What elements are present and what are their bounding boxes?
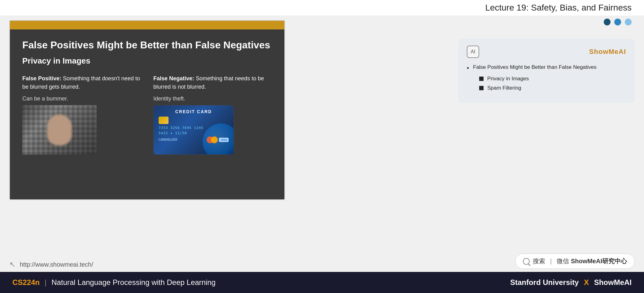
panel-subitem-2: Spam Filtering <box>479 85 626 91</box>
search-text: 搜索 <box>533 257 545 265</box>
slide-col1-sub: Can be a bummer. <box>22 95 141 102</box>
slide-columns: False Positive: Something that doesn't n… <box>22 74 272 155</box>
header-title: Lecture 19: Safety, Bias, and Fairness <box>485 3 632 13</box>
nav-dot-2[interactable] <box>614 19 621 25</box>
footer-stanford: Stanford University <box>510 278 579 286</box>
slide-col2-sub: Identity theft. <box>153 95 272 102</box>
footer-course-code: CS224n <box>12 278 40 287</box>
footer-showmeai: ShowMeAI <box>594 278 632 286</box>
subitem-square-2 <box>479 86 484 90</box>
blurred-face-image <box>22 105 97 155</box>
card-chip <box>159 117 169 124</box>
nav-dots <box>604 19 632 25</box>
subitem-square-1 <box>479 77 484 81</box>
panel-subitem-1: Privacy in Images <box>479 76 626 82</box>
search-box[interactable]: 搜索 | 微信 ShowMeAI研究中心 <box>515 254 635 269</box>
nav-dot-1[interactable] <box>604 19 611 25</box>
side-panel: AI ShowMeAI False Positives Might be Bet… <box>458 39 635 103</box>
slide-col1-bold: False Positive: <box>22 75 61 82</box>
nav-dot-3[interactable] <box>625 19 632 25</box>
slide-col2-label: False Negative: Something that needs to … <box>153 74 272 91</box>
search-circle <box>523 258 530 265</box>
side-panel-header: AI ShowMeAI <box>467 46 626 58</box>
footer-x-mark: X <box>584 278 589 286</box>
credit-card-image: CREDIT CARD 7253 3256 7695 1245 5422 ★ 1… <box>153 105 234 155</box>
footer: CS224n | Natural Language Processing wit… <box>0 272 644 293</box>
footer-description: Natural Language Processing with Deep Le… <box>51 278 216 287</box>
ai-icon-label: AI <box>471 49 475 55</box>
slide-container: False Positives Might be Better than Fal… <box>9 20 285 200</box>
slide-col1-label: False Positive: Something that doesn't n… <box>22 74 141 91</box>
card-cardholder: CARDHOLDER <box>159 138 177 141</box>
slide-col-1: False Positive: Something that doesn't n… <box>22 74 141 155</box>
subitem-label-2: Spam Filtering <box>487 85 521 91</box>
subitem-label-1: Privacy in Images <box>487 76 529 82</box>
face-shape <box>47 114 72 145</box>
footer-right: Stanford University X ShowMeAI <box>510 278 632 287</box>
url-text[interactable]: http://www.showmeai.tech/ <box>20 261 93 268</box>
slide-col2-bold: False Negative: <box>153 75 194 82</box>
header: Lecture 19: Safety, Bias, and Fairness <box>0 0 644 16</box>
slide-top-bar <box>10 21 284 29</box>
card-title-text: CREDIT CARD <box>175 109 212 114</box>
slide-main-title: False Positives Might be Better than Fal… <box>22 39 272 52</box>
search-icon <box>523 258 530 265</box>
slide-col-2: False Negative: Something that needs to … <box>153 74 272 155</box>
ai-icon: AI <box>467 46 479 58</box>
search-handle <box>528 264 530 266</box>
search-divider: | <box>550 258 552 265</box>
panel-subitems: Privacy in Images Spam Filtering <box>467 76 626 91</box>
mastercard-circle2 <box>211 136 218 143</box>
footer-left: CS224n | Natural Language Processing wit… <box>12 278 216 287</box>
card-title-row: CREDIT CARD <box>159 109 229 114</box>
slide-subtitle: Privacy in Images <box>22 56 272 66</box>
footer-divider: | <box>45 278 46 287</box>
slide-content: False Positives Might be Better than Fal… <box>10 29 284 167</box>
cursor-icon: ↖ <box>9 260 15 269</box>
showmeai-brand: ShowMeAI <box>589 48 626 56</box>
url-bar: ↖ http://www.showmeai.tech/ <box>9 260 93 269</box>
search-label: 微信 ShowMeAI研究中心 <box>557 257 627 265</box>
panel-bullet-main: False Positives Might be Better than Fal… <box>467 63 626 71</box>
